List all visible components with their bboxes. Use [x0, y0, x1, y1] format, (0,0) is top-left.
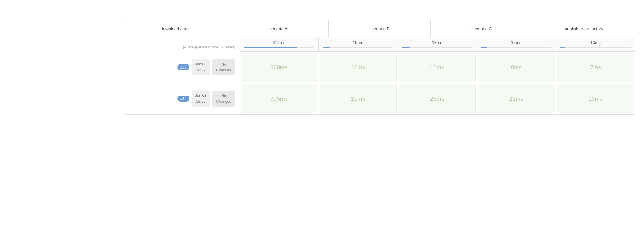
right-panel: download codescenario Ascenario Bscenari…: [124, 20, 635, 115]
avg-wrapper: (Average full run time: ~739ms) 312ms15m…: [124, 37, 635, 52]
avg-time-download-code: 312ms: [244, 40, 314, 45]
data-cell-1-4: 19ms: [557, 84, 634, 113]
data-cell-0-4: 7ms: [557, 53, 634, 82]
data-cell-0-2: 10ms: [399, 53, 476, 82]
avg-label-line2: (Average full run time: ~739ms): [183, 45, 235, 49]
data-cell-0-0: 320ms: [241, 53, 317, 82]
stage-view: download codescenario Ascenario Bscenari…: [9, 20, 635, 115]
header-cell-scenario-c: scenario C: [431, 20, 533, 37]
data-cell-0-3: 8ms: [478, 53, 555, 82]
row-left-1: #34Jun 0315:55NoChanges: [124, 83, 240, 114]
data-cell-1-0: 305ms: [241, 84, 317, 113]
header-cell-download-code: download code: [124, 20, 226, 37]
avg-label-area: (Average full run time: ~739ms): [124, 37, 240, 52]
progress-bar-fill-scenario-b: [402, 47, 410, 48]
avg-cell-scenario-a: 15ms: [319, 37, 398, 51]
avg-row: 312ms15ms18ms14ms13ms: [240, 37, 635, 52]
progress-bar-fill-scenario-a: [323, 47, 330, 48]
header-cell-scenario-a: scenario A: [226, 20, 328, 37]
progress-bar-bg-scenario-c: [481, 47, 551, 48]
progress-bar-bg-scenario-a: [323, 47, 393, 48]
avg-cell-publish: 13ms: [556, 37, 635, 51]
build-date-box-0: Jun 0316:02: [192, 59, 210, 76]
build-card-0[interactable]: #35Jun 0316:02NoChanges: [177, 59, 235, 76]
header-cell-publish: publish to artifactory: [533, 20, 635, 37]
avg-time-scenario-a: 15ms: [323, 40, 393, 45]
avg-label: (Average full run time: ~739ms): [183, 39, 235, 50]
progress-bar-fill-scenario-c: [481, 47, 487, 48]
data-cell-1-3: 21ms: [478, 84, 555, 113]
data-cell-0-1: 10ms: [320, 53, 396, 82]
no-changes-box-0: NoChanges: [212, 59, 235, 75]
left-panel: [9, 20, 124, 115]
data-cell-1-1: 21ms: [320, 84, 396, 113]
row-right-1: 305ms21ms26ms21ms19ms: [240, 83, 635, 114]
progress-bar-bg-scenario-b: [402, 47, 472, 48]
build-date-box-1: Jun 0315:55: [192, 90, 210, 107]
data-rows-container: #35Jun 0316:02NoChanges320ms10ms10ms8ms7…: [124, 52, 635, 114]
data-cell-1-2: 26ms: [399, 84, 476, 113]
avg-time-scenario-b: 18ms: [402, 40, 472, 45]
row-right-0: 320ms10ms10ms8ms7ms: [240, 52, 635, 83]
avg-cell-download-code: 312ms: [240, 37, 319, 51]
avg-time-publish: 13ms: [560, 40, 631, 45]
avg-cell-scenario-c: 14ms: [477, 37, 556, 51]
build-card-1[interactable]: #34Jun 0315:55NoChanges: [177, 90, 235, 107]
progress-bar-bg-download-code: [244, 47, 314, 48]
progress-bar-fill-download-code: [244, 47, 297, 48]
no-changes-box-1: NoChanges: [212, 91, 235, 107]
progress-bar-bg-publish: [560, 47, 631, 48]
table-row: #35Jun 0316:02NoChanges320ms10ms10ms8ms7…: [124, 52, 635, 83]
progress-bar-fill-publish: [560, 47, 565, 48]
header-cell-scenario-b: scenario B: [329, 20, 431, 37]
header-row: download codescenario Ascenario Bscenari…: [124, 20, 635, 37]
avg-time-scenario-c: 14ms: [481, 40, 551, 45]
avg-cell-scenario-b: 18ms: [398, 37, 477, 51]
table-row: #34Jun 0315:55NoChanges305ms21ms26ms21ms…: [124, 83, 635, 114]
build-badge-0[interactable]: #35: [177, 64, 189, 70]
row-left-0: #35Jun 0316:02NoChanges: [124, 52, 240, 83]
build-badge-1[interactable]: #34: [177, 96, 189, 102]
